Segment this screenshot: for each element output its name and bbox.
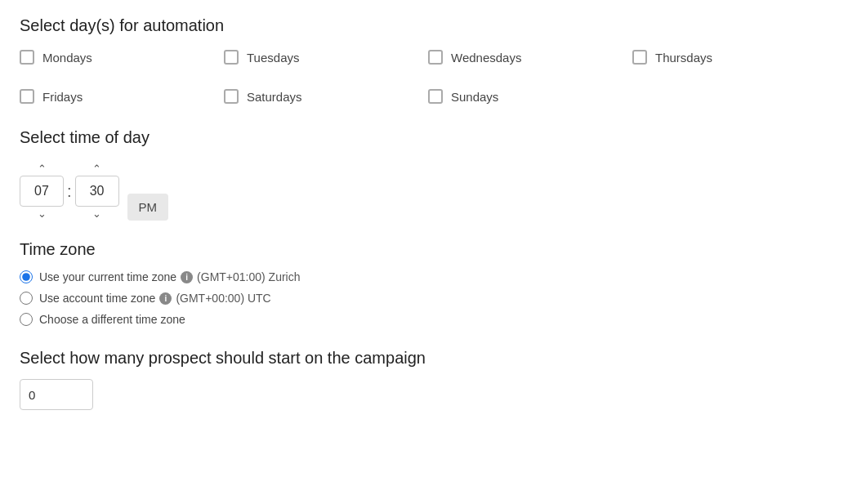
time-colon: :: [67, 182, 72, 201]
label-sunday: Sundays: [451, 90, 498, 104]
label-thursday: Thursdays: [655, 51, 712, 65]
hour-up-button[interactable]: ⌃: [31, 162, 53, 176]
checkbox-tuesday[interactable]: [224, 50, 239, 65]
time-section-title: Select time of day: [20, 128, 837, 147]
label-tuesday: Tuesdays: [247, 51, 299, 65]
timezone-current-option[interactable]: Use your current time zone i (GMT+01:00)…: [20, 270, 837, 283]
prospects-input[interactable]: [20, 379, 93, 410]
prospects-section: Select how many prospect should start on…: [20, 349, 837, 410]
timezone-account-radio[interactable]: [20, 292, 33, 305]
label-monday: Mondays: [42, 51, 92, 65]
prospects-section-title: Select how many prospect should start on…: [20, 349, 837, 368]
minute-column: ⌃ ⌄: [75, 162, 119, 221]
timezone-different-label: Choose a different time zone: [39, 313, 185, 326]
checkbox-saturday[interactable]: [224, 89, 239, 104]
label-wednesday: Wednesdays: [451, 51, 521, 65]
timezone-account-info-icon[interactable]: i: [159, 292, 172, 305]
timezone-current-label: Use your current time zone i (GMT+01:00)…: [39, 270, 301, 283]
timezone-current-radio[interactable]: [20, 270, 33, 283]
day-friday[interactable]: Fridays: [20, 89, 224, 104]
ampm-column: PM: [127, 194, 169, 221]
day-wednesday[interactable]: Wednesdays: [428, 50, 632, 65]
minute-down-button[interactable]: ⌄: [86, 207, 108, 221]
day-sunday[interactable]: Sundays: [428, 89, 632, 104]
label-friday: Fridays: [42, 90, 83, 104]
hour-input[interactable]: [20, 176, 64, 207]
minute-up-button[interactable]: ⌃: [86, 162, 108, 176]
timezone-current-info-icon[interactable]: i: [181, 271, 193, 283]
timezone-current-detail: (GMT+01:00) Zurich: [197, 270, 300, 283]
timezone-account-option[interactable]: Use account time zone i (GMT+00:00) UTC: [20, 292, 837, 305]
day-monday[interactable]: Mondays: [20, 50, 224, 65]
timezone-section: Time zone Use your current time zone i (…: [20, 240, 837, 326]
hour-column: ⌃ ⌄: [20, 162, 64, 221]
day-thursday[interactable]: Thursdays: [632, 50, 837, 65]
timezone-different-option[interactable]: Choose a different time zone: [20, 313, 837, 326]
days-section-title: Select day(s) for automation: [20, 16, 837, 35]
checkbox-friday[interactable]: [20, 89, 34, 104]
checkbox-sunday[interactable]: [428, 89, 443, 104]
timezone-account-detail: (GMT+00:00) UTC: [176, 292, 270, 305]
label-saturday: Saturdays: [247, 90, 302, 104]
hour-down-button[interactable]: ⌄: [31, 207, 53, 221]
time-section: Select time of day ⌃ ⌄ : ⌃ ⌄ PM: [20, 128, 837, 221]
day-saturday[interactable]: Saturdays: [224, 89, 428, 104]
checkbox-thursday[interactable]: [632, 50, 647, 65]
day-tuesday[interactable]: Tuesdays: [224, 50, 428, 65]
timezone-different-radio[interactable]: [20, 313, 33, 326]
days-row-2: Fridays Saturdays Sundays: [20, 89, 837, 104]
checkbox-monday[interactable]: [20, 50, 34, 65]
ampm-button[interactable]: PM: [127, 194, 169, 221]
minute-input[interactable]: [75, 176, 119, 207]
checkbox-wednesday[interactable]: [428, 50, 443, 65]
timezone-account-label: Use account time zone i (GMT+00:00) UTC: [39, 292, 271, 305]
time-picker: ⌃ ⌄ : ⌃ ⌄ PM: [20, 162, 837, 221]
days-row-1: Mondays Tuesdays Wednesdays Thursdays: [20, 50, 837, 65]
timezone-section-title: Time zone: [20, 240, 837, 259]
